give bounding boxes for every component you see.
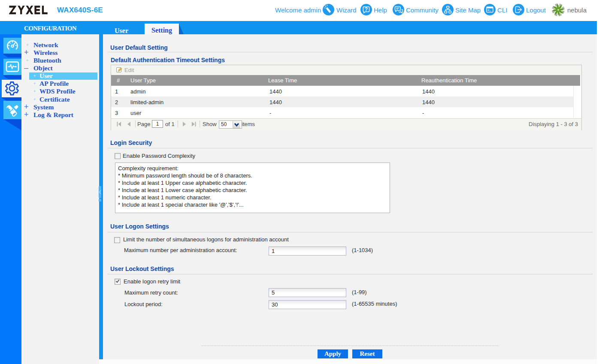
svg-text:?: ?: [365, 6, 368, 12]
svg-text:<..: <..: [487, 8, 491, 12]
